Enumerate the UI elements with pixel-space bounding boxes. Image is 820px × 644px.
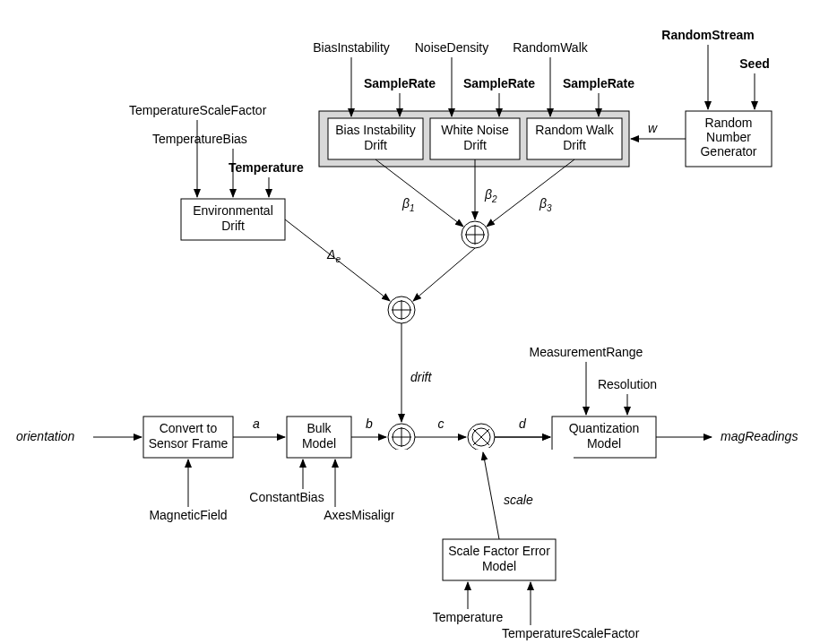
scale-signal-label-3: scale (504, 493, 533, 507)
diagram-canvas: Bias Instability Drift White Noise Drift… (0, 0, 820, 644)
svg-line-17 (375, 159, 463, 227)
drift-sum-op (388, 296, 415, 323)
temperature-label-1: Temperature (229, 160, 304, 175)
quant-label-2: Model (587, 436, 621, 451)
c-signal-label: c (438, 416, 445, 431)
temp-bias-label: TemperatureBias (152, 132, 247, 146)
random-walk-drift-label-1: Random Walk (535, 123, 614, 137)
svg-line-25 (413, 248, 475, 301)
b-signal-label: b (366, 416, 373, 431)
beta3-label: β3 (539, 196, 552, 213)
env-drift-label-2: Drift (221, 219, 245, 233)
delta-e-label: Δe (326, 247, 341, 264)
bulk-label-1: Bulk (306, 421, 332, 435)
white-noise-drift-label-2: Drift (463, 138, 487, 152)
constant-bias-label: ConstantBias (249, 490, 324, 504)
temp-scale-factor-label-1: TemperatureScaleFactor (129, 103, 267, 117)
temp-scale-factor-label-2: TemperatureScaleFactor (502, 626, 640, 640)
magnetic-field-label: MagneticField (149, 508, 227, 522)
multiply-op (468, 424, 495, 451)
drift-signal-label: drift (410, 370, 432, 384)
env-drift-label-1: Environmental (193, 203, 273, 218)
random-walk-label: RandomWalk (513, 40, 589, 55)
beta2-label: β2 (484, 187, 497, 204)
rng-label-1: Random (705, 116, 753, 130)
rng-label-3: Generator (700, 144, 756, 159)
rng-label-2: Number (706, 130, 751, 144)
noise-density-label: NoiseDensity (415, 40, 488, 55)
bias-instability-drift-label-1: Bias Instability (335, 123, 415, 137)
d-signal-label: d (519, 416, 527, 431)
beta1-label: β1 (401, 196, 415, 213)
random-stream-label: RandomStream (661, 28, 754, 42)
magreadings-io-label: magReadings (721, 429, 798, 443)
w-signal-label: w (648, 121, 658, 135)
white-noise-drift-label-1: White Noise (441, 123, 509, 137)
scale-label-2b: Model (482, 559, 516, 573)
scale-label-1b: Scale Factor Error (448, 544, 550, 558)
sample-rate-label-3: SampleRate (563, 76, 634, 90)
sample-rate-label-1: SampleRate (364, 76, 436, 90)
beta-sum-op (462, 221, 488, 248)
quant-label-1: Quantization (569, 421, 640, 435)
c-sum-op (388, 424, 415, 451)
a-signal-label: a (253, 416, 260, 431)
temperature-label-2: Temperature (433, 610, 504, 624)
convert-label-2: Sensor Frame (149, 436, 229, 451)
orientation-io-label: orientation (16, 429, 75, 443)
bias-instability-drift-label-2: Drift (364, 138, 387, 152)
bulk-label-2: Model (302, 436, 336, 451)
bias-instability-label: BiasInstability (313, 40, 390, 55)
measurement-range-label: MeasurementRange (530, 345, 643, 359)
seed-label: Seed (739, 56, 769, 71)
svg-line-19 (487, 159, 574, 227)
resolution-label: Resolution (598, 377, 657, 391)
convert-label-1: Convert to (160, 421, 218, 435)
sample-rate-label-2: SampleRate (463, 76, 535, 90)
random-walk-drift-label-2: Drift (563, 138, 586, 152)
